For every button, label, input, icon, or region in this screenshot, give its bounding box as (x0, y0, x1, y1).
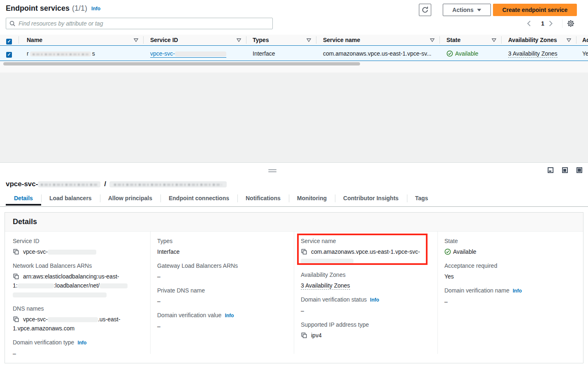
info-link[interactable]: Info (370, 297, 379, 303)
pagination-next-button[interactable] (549, 19, 553, 28)
status-available-icon (444, 248, 451, 255)
info-link[interactable]: Info (513, 288, 522, 294)
details-heading: Details (13, 218, 37, 226)
field-service-id: Service ID vpce-svc- (13, 238, 144, 256)
actions-button-label: Actions (452, 7, 473, 13)
column-header-service-id[interactable]: Service ID (150, 37, 178, 43)
info-link[interactable]: Info (91, 6, 100, 12)
copy-icon[interactable] (13, 316, 19, 323)
details-column-1: Service ID vpce-svc- Network Load Balanc… (5, 232, 150, 354)
horizontal-scrollbar (0, 61, 588, 73)
table-row[interactable]: ✓ rs vpce-svc- Interface com.amazonaws.v… (0, 45, 588, 61)
column-header-types[interactable]: Types (253, 37, 269, 43)
resource-count: (1/1) (72, 4, 87, 13)
field-acceptance-required: Acceptance required Yes (444, 262, 576, 281)
create-endpoint-service-button[interactable]: Create endpoint service (493, 4, 577, 16)
state-value: Available (444, 247, 576, 256)
row-service-id-link[interactable]: vpce-svc- (150, 50, 226, 57)
row-service-name: com.amazonaws.vpce.us-east-1.vpce-sv... (323, 50, 432, 57)
filter-icon-service-name[interactable] (430, 38, 435, 42)
content-background (0, 73, 588, 162)
field-domain-verification-value: Domain verification valueInfo – (157, 312, 287, 331)
page-header: Endpoint services (1/1) Info (6, 4, 100, 13)
search-input[interactable]: Find resources by attribute or tag (6, 18, 273, 29)
field-dns-names: DNS names vpce-svc-.us-east-1.vpce.amazo… (13, 305, 144, 333)
row-checkbox[interactable]: ✓ (6, 50, 12, 58)
refresh-button[interactable] (419, 4, 431, 16)
table-header: ✓ Name Service ID Types Service name Sta… (0, 35, 588, 45)
tab-load-balancers[interactable]: Load balancers (41, 192, 100, 204)
details-column-4: State Available Acceptance required Yes (437, 232, 583, 354)
details-card: Details Service ID vpce-svc- Network Loa… (5, 212, 583, 363)
row-acceptance-required: Yes (582, 50, 588, 57)
info-link[interactable]: Info (225, 313, 234, 318)
pagination-prev-button[interactable] (527, 19, 531, 28)
settings-gear-icon[interactable] (567, 19, 575, 28)
field-domain-verification-status: Domain verification statusInfo – (301, 296, 431, 315)
copy-icon[interactable] (13, 248, 19, 255)
tab-tags[interactable]: Tags (407, 192, 437, 204)
tab-allow-principals[interactable]: Allow principals (100, 192, 160, 204)
field-state: State Available (444, 238, 576, 256)
field-gwlb-arns: Gateway Load Balancers ARNs – (157, 262, 287, 281)
caret-down-icon (477, 9, 481, 12)
actions-button[interactable]: Actions (443, 4, 491, 16)
availability-zones-link[interactable]: 3 Availability Zones (301, 282, 350, 290)
horizontal-scrollbar-thumb[interactable] (3, 62, 360, 66)
panel-size-controls (548, 167, 582, 173)
filter-icon-service-id[interactable] (237, 38, 241, 42)
row-name: rs (27, 50, 95, 57)
split-panel: vpce-svc- / Details Load balancers Allow… (0, 162, 588, 365)
tab-contributor-insights[interactable]: Contributor Insights (335, 192, 407, 204)
search-placeholder: Find resources by attribute or tag (19, 20, 103, 27)
column-header-availability-zones[interactable]: Availability Zones (508, 37, 557, 43)
column-header-service-name[interactable]: Service name (323, 37, 360, 43)
panel-size-large-icon[interactable] (576, 167, 582, 173)
panel-size-small-icon[interactable] (548, 167, 553, 173)
search-icon (9, 21, 16, 27)
row-state: Available (446, 50, 479, 57)
filter-icon-state[interactable] (492, 38, 496, 42)
panel-title: vpce-svc- / (6, 180, 227, 188)
tab-endpoint-connections[interactable]: Endpoint connections (160, 192, 237, 204)
row-types: Interface (253, 50, 275, 57)
create-button-label: Create endpoint service (502, 7, 568, 13)
refresh-icon (421, 6, 429, 14)
filter-icon-types[interactable] (307, 38, 311, 42)
details-column-2: Types Interface Gateway Load Balancers A… (150, 232, 294, 354)
column-header-name[interactable]: Name (27, 37, 42, 43)
copy-icon[interactable] (301, 332, 307, 339)
annotation-highlight-box (297, 234, 428, 265)
column-header-state[interactable]: State (446, 37, 460, 43)
field-domain-verification-type: Domain verification typeInfo – (13, 339, 144, 358)
column-header-acceptance-required[interactable]: Acceptance required (582, 37, 588, 43)
tab-monitoring[interactable]: Monitoring (289, 192, 335, 204)
panel-tabs: Details Load balancers Allow principals … (6, 192, 436, 204)
page: Endpoint services (1/1) Info Actions Cre… (0, 0, 588, 365)
panel-drag-handle[interactable] (268, 169, 277, 173)
filter-icon-availability-zones[interactable] (567, 38, 571, 42)
tab-notifications[interactable]: Notifications (237, 192, 289, 204)
status-available-icon (446, 50, 453, 57)
row-availability-zones-link[interactable]: 3 Availability Zones (508, 50, 558, 57)
copy-icon[interactable] (13, 273, 19, 280)
pagination-divider (562, 19, 562, 28)
field-supported-ip: Supported IP address type ipv4 (301, 321, 431, 340)
pagination-page-number[interactable]: 1 (538, 19, 547, 28)
field-types: Types Interface (157, 238, 287, 256)
field-domain-verification-name: Domain verification nameInfo – (444, 287, 576, 306)
tab-details[interactable]: Details (6, 192, 41, 204)
field-nlb-arns: Network Load Balancers ARNs arn:aws:elas… (13, 262, 144, 299)
page-title: Endpoint services (6, 4, 70, 13)
field-availability-zones: Availability Zones 3 Availability Zones (301, 271, 431, 290)
filter-icon-name[interactable] (134, 38, 138, 42)
info-link[interactable]: Info (77, 340, 86, 346)
field-private-dns-name: Private DNS name – (157, 287, 287, 306)
panel-size-medium-icon[interactable] (562, 167, 568, 173)
details-card-header: Details (5, 213, 583, 232)
select-all-checkbox[interactable]: ✓ (6, 37, 12, 44)
